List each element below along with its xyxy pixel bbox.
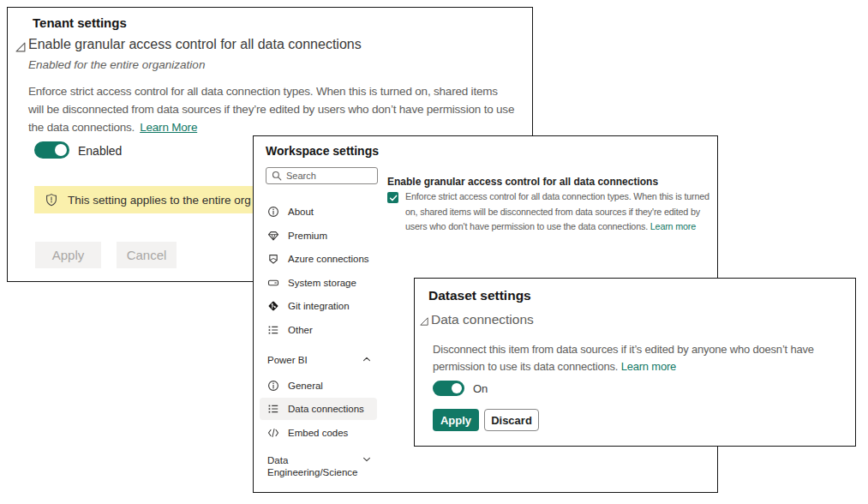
screen: Tenant settings Enable granular access c… [0, 0, 868, 504]
dataset-on-toggle[interactable] [433, 381, 464, 396]
info-icon [267, 380, 279, 392]
tenant-cancel-button[interactable]: Cancel [117, 242, 177, 268]
banner-text: This setting applies to the entire org [68, 194, 251, 207]
tenant-description-text: Enforce strict access control for all da… [28, 85, 514, 134]
sidebar-item-general[interactable]: General [267, 375, 379, 396]
dataset-description: Disconnect this item from data sources i… [433, 341, 844, 375]
sidebar-item-label: About [288, 207, 314, 217]
sidebar-item-label: Other [288, 325, 313, 335]
chevron-up-icon [362, 354, 372, 364]
dataset-learn-more-link[interactable]: Learn more [621, 360, 676, 373]
dataset-settings-panel: Dataset settings Data connections Discon… [414, 278, 856, 447]
sidebar-section-power-bi[interactable]: Power BI [267, 354, 372, 366]
tenant-enabled-toggle[interactable] [34, 141, 69, 159]
sidebar-item-system-storage[interactable]: System storage [267, 273, 379, 293]
enforce-access-checkbox[interactable] [387, 192, 398, 203]
storage-icon [267, 277, 279, 289]
sidebar-item-other[interactable]: Other [267, 320, 379, 340]
workspace-learn-more-link[interactable]: Learn more [650, 221, 696, 231]
expander-triangle-icon[interactable] [419, 316, 429, 327]
sidebar-item-label: System storage [288, 278, 356, 288]
sidebar-section-data-engineering-science[interactable]: Data Engineering/Science [267, 454, 372, 478]
tenant-panel-title: Tenant settings [33, 15, 127, 30]
workspace-panel-title: Workspace settings [266, 144, 379, 158]
tenant-apply-button[interactable]: Apply [35, 242, 101, 268]
tenant-setting-title[interactable]: Enable granular access control for all d… [28, 37, 362, 52]
sidebar-item-label: Premium [288, 231, 327, 241]
tenant-setting-description: Enforce strict access control for all da… [28, 82, 515, 136]
dataset-section-title[interactable]: Data connections [431, 312, 534, 327]
search-icon [272, 171, 282, 181]
shield-warning-icon [45, 193, 58, 207]
sidebar-item-git-integration[interactable]: Git integration [267, 296, 379, 316]
sidebar-item-label: Git integration [288, 301, 350, 311]
toggle-knob [452, 383, 462, 393]
diamond-icon [267, 230, 279, 242]
search-box[interactable] [266, 167, 378, 184]
tenant-learn-more-link[interactable]: Learn More [140, 121, 197, 134]
chevron-down-icon [362, 454, 372, 465]
section-label: Data Engineering/Science [267, 454, 356, 478]
sidebar-item-azure-connections[interactable]: Azure connections [267, 249, 379, 269]
dataset-discard-button[interactable]: Discard [484, 409, 539, 431]
dataset-panel-title: Dataset settings [428, 288, 531, 303]
search-input[interactable] [286, 171, 372, 181]
list-icon [267, 403, 279, 415]
sidebar-item-about[interactable]: About [267, 201, 379, 222]
dataset-apply-button[interactable]: Apply [433, 409, 479, 431]
checkmark-icon [389, 194, 398, 202]
sidebar-item-embed-codes[interactable]: Embed codes [267, 423, 379, 443]
sidebar-item-data-connections[interactable]: Data connections [260, 398, 377, 420]
sidebar-item-label: Data connections [288, 404, 364, 414]
git-icon [267, 300, 279, 312]
sidebar-item-label: Azure connections [288, 254, 369, 264]
sidebar-item-premium[interactable]: Premium [267, 225, 379, 246]
azure-badge-icon [267, 253, 279, 265]
list-icon [267, 324, 279, 336]
sidebar-item-label: Embed codes [288, 428, 348, 438]
workspace-setting-heading: Enable granular access control for all d… [387, 176, 658, 188]
tenant-toggle-label: Enabled [78, 144, 122, 158]
sidebar-item-label: General [288, 381, 323, 391]
code-icon [267, 427, 279, 439]
tenant-setting-status: Enabled for the entire organization [28, 58, 205, 71]
toggle-knob [55, 144, 67, 156]
section-label: Power BI [267, 354, 308, 366]
checkbox-description: Enforce strict access control for all da… [405, 189, 710, 235]
info-icon [267, 206, 279, 218]
dataset-toggle-label: On [473, 382, 488, 395]
expander-triangle-icon[interactable] [15, 41, 27, 53]
